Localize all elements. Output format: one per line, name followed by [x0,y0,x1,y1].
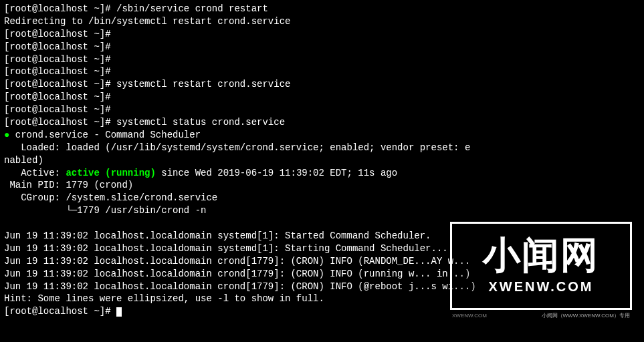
status-cgroup: CGroup: /system.slice/crond.service [4,192,640,204]
prompt: [root@localhost ~]# [4,117,116,128]
prompt: [root@localhost ~]# [4,29,116,39]
status-header: ● crond.service - Command Scheduler [4,129,640,142]
prompt: [root@localhost ~]# [4,3,116,14]
prompt: [root@localhost ~]# [4,66,116,77]
output-line: Redirecting to /bin/systemctl restart cr… [4,15,640,28]
prompt: [root@localhost ~]# [4,104,116,115]
terminal-line: [root@localhost ~]# [4,53,640,66]
status-mainpid: Main PID: 1779 (crond) [4,179,640,192]
watermark-tiny-text-left: XWENW.COM [452,313,487,320]
command-text: /sbin/service crond restart [116,3,268,14]
status-cgroup-proc: └─1779 /usr/sbin/crond -n [4,204,640,217]
prompt: [root@localhost ~]# [4,79,116,90]
status-loaded-cont: nabled) [4,154,640,167]
terminal-line: [root@localhost ~]# [4,28,640,41]
prompt: [root@localhost ~]# [4,92,116,102]
terminal-line: [root@localhost ~]# /sbin/service crond … [4,3,640,15]
status-loaded: Loaded: loaded (/usr/lib/systemd/system/… [4,142,640,154]
active-status: active (running) [66,168,155,178]
prompt: [root@localhost ~]# [4,41,116,52]
cursor-icon [116,307,122,317]
watermark-main-text: 小闻网 [483,236,599,274]
watermark-sub-text: XWENW.COM [489,278,594,296]
terminal-line: [root@localhost ~]# systemctl restart cr… [4,78,640,91]
watermark-overlay: 小闻网 XWENW.COM 小闻网（WWW.XWENW.COM）专用 XWENW… [450,222,632,310]
watermark-tiny-text: 小闻网（WWW.XWENW.COM）专用 [542,313,630,320]
terminal-line: [root@localhost ~]# [4,41,640,53]
command-text: systemctl status crond.service [116,117,285,128]
terminal-line: [root@localhost ~]# [4,91,640,104]
terminal-line: [root@localhost ~]# [4,104,640,116]
command-text: systemctl restart crond.service [116,79,290,90]
prompt: [root@localhost ~]# [4,306,116,317]
terminal-line: [root@localhost ~]# [4,65,640,78]
status-active: Active: active (running) since Wed 2019-… [4,167,640,180]
prompt: [root@localhost ~]# [4,54,116,65]
terminal-line: [root@localhost ~]# systemctl status cro… [4,116,640,129]
